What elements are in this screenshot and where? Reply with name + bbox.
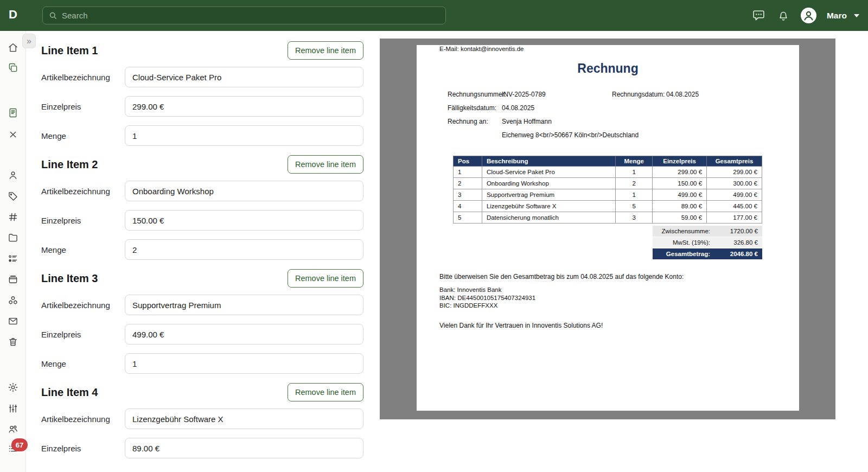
invoice-items-table: Pos Beschreibung Menge Einzelpreis Gesam… [453, 156, 762, 224]
avatar-icon[interactable] [801, 8, 816, 23]
field-label-artikelbezeichnung: Artikelbezeichnung [41, 73, 125, 82]
users-icon[interactable] [8, 424, 18, 435]
menge-input[interactable] [125, 239, 363, 260]
folder-icon[interactable] [8, 232, 18, 243]
settings-icon[interactable] [8, 382, 18, 393]
col-header-pos: Pos [454, 156, 482, 167]
cell-beschreibung: Supportvertrag Premium [482, 189, 615, 201]
cell-menge: 1 [616, 189, 653, 201]
cell-menge: 1 [616, 167, 653, 178]
cell-einzelpreis: 499.00 € [653, 189, 707, 201]
invoice-meta-row: Rechnung an: Svenja Hoffmann [448, 118, 552, 125]
cell-pos: 2 [454, 178, 482, 189]
chat-icon[interactable] [752, 9, 766, 23]
invoice-bank-details: Bank: Innoventis Bank IBAN: DE4450010517… [439, 286, 535, 310]
invoice-payment-note: Bitte überweisen Sie den Gesamtbetrag bi… [439, 273, 684, 280]
invoice-meta-row: Fälligkeitsdatum: 04.08.2025 [448, 104, 534, 112]
tag-icon[interactable] [8, 191, 18, 202]
app-logo[interactable]: D [9, 8, 17, 22]
invoice-address: Eichenweg 8<br/>50667 Köln<br/>Deutschla… [502, 131, 639, 139]
search-input[interactable] [62, 11, 440, 20]
user-name[interactable]: Maro [827, 11, 847, 21]
task-list-icon[interactable] [8, 253, 18, 264]
einzelpreis-input[interactable] [125, 324, 363, 345]
line-item-title: Line Item 4 [41, 386, 98, 399]
summary-label: MwSt. (19%): [653, 239, 716, 246]
artikelbezeichnung-input[interactable] [125, 295, 363, 315]
summary-label: Zwischensumme: [653, 228, 716, 234]
cell-einzelpreis: 150.00 € [653, 178, 707, 189]
remove-line-item-button[interactable]: Remove line item [288, 269, 363, 288]
cell-beschreibung: Lizenzgebühr Software X [482, 201, 615, 212]
trash-icon[interactable] [8, 336, 18, 347]
remove-line-item-button[interactable]: Remove line item [288, 155, 363, 174]
sidebar-expand-button[interactable]: » [22, 34, 36, 48]
menge-input[interactable] [125, 353, 363, 374]
notification-badge: 67 [11, 438, 28, 451]
col-header-menge: Menge [616, 156, 653, 167]
einzelpreis-input[interactable] [125, 438, 363, 458]
col-header-einzelpreis: Einzelpreis [653, 156, 707, 167]
field-label-menge: Menge [41, 131, 125, 141]
search-bar[interactable] [42, 7, 446, 24]
cell-gesamtpreis: 300.00 € [707, 178, 762, 189]
chevron-down-icon[interactable] [854, 14, 859, 17]
app-root: D [0, 0, 868, 472]
cell-gesamtpreis: 177.00 € [707, 212, 762, 224]
invoice-thanks-line: Vielen Dank für Ihr Vertrauen in Innoven… [439, 322, 603, 329]
cell-menge: 5 [616, 201, 653, 212]
bic-line: BIC: INGDDEFFXXX [439, 302, 535, 310]
copy-icon[interactable] [8, 62, 18, 73]
meta-label: Rechnungsnummer: [448, 91, 502, 98]
file-text-icon[interactable] [8, 107, 18, 118]
user-icon[interactable] [8, 170, 18, 181]
line-item-section-2: Line Item 2 Remove line item Artikelbeze… [41, 155, 363, 260]
summary-row-gesamtbetrag: Gesamtbetrag: 2046.80 € [653, 248, 762, 260]
cell-pos: 4 [454, 201, 482, 212]
home-icon[interactable] [8, 42, 18, 53]
line-item-title: Line Item 1 [41, 44, 98, 57]
einzelpreis-input[interactable] [125, 96, 363, 117]
browser-icon[interactable] [8, 274, 18, 285]
summary-value: 326.80 € [716, 239, 762, 246]
summary-value: 1720.00 € [716, 228, 762, 234]
remove-line-item-button[interactable]: Remove line item [288, 383, 363, 401]
field-label-einzelpreis: Einzelpreis [41, 444, 125, 453]
line-item-title: Line Item 2 [41, 158, 98, 171]
bell-icon[interactable] [776, 9, 790, 23]
col-header-gesamtpreis: Gesamtpreis [707, 156, 762, 167]
field-label-artikelbezeichnung: Artikelbezeichnung [41, 414, 125, 424]
einzelpreis-input[interactable] [125, 210, 363, 231]
cell-gesamtpreis: 445.00 € [707, 201, 762, 212]
line-items-form: Line Item 1 Remove line item Artikelbeze… [26, 31, 380, 472]
artikelbezeichnung-input[interactable] [125, 67, 363, 87]
cell-gesamtpreis: 499.00 € [707, 189, 762, 201]
table-row: 5 Datensicherung monatlich 3 59.00 € 177… [454, 212, 762, 224]
field-label-einzelpreis: Einzelpreis [41, 102, 125, 111]
topbar-right: Maro [752, 0, 859, 31]
sliders-icon[interactable] [8, 403, 18, 414]
line-item-title: Line Item 3 [41, 272, 98, 285]
field-label-menge: Menge [41, 245, 125, 254]
modules-icon[interactable] [8, 295, 18, 306]
close-icon[interactable] [8, 129, 18, 140]
topbar: D [0, 0, 868, 31]
field-label-menge: Menge [41, 359, 125, 368]
meta-label: Fälligkeitsdatum: [448, 104, 502, 112]
hash-icon[interactable] [8, 212, 18, 222]
artikelbezeichnung-input[interactable] [125, 409, 363, 429]
summary-value: 2046.80 € [716, 251, 762, 257]
table-row: 4 Lizenzgebühr Software X 5 89.00 € 445.… [454, 201, 762, 212]
meta-label: Rechnung an: [448, 118, 502, 125]
invoice-summary: Zwischensumme: 1720.00 € MwSt. (19%): 32… [653, 226, 762, 260]
cell-pos: 1 [454, 167, 482, 178]
artikelbezeichnung-input[interactable] [125, 181, 363, 201]
mail-icon[interactable] [8, 316, 18, 327]
cell-beschreibung: Onboarding Workshop [482, 178, 615, 189]
remove-line-item-button[interactable]: Remove line item [288, 41, 363, 60]
document-preview-pane: E-Mail: kontakt@innoventis.de Rechnung R… [380, 39, 835, 419]
invoice-title: Rechnung [417, 61, 799, 76]
bank-line: Bank: Innoventis Bank [439, 286, 535, 294]
field-label-artikelbezeichnung: Artikelbezeichnung [41, 187, 125, 196]
menge-input[interactable] [125, 125, 363, 146]
